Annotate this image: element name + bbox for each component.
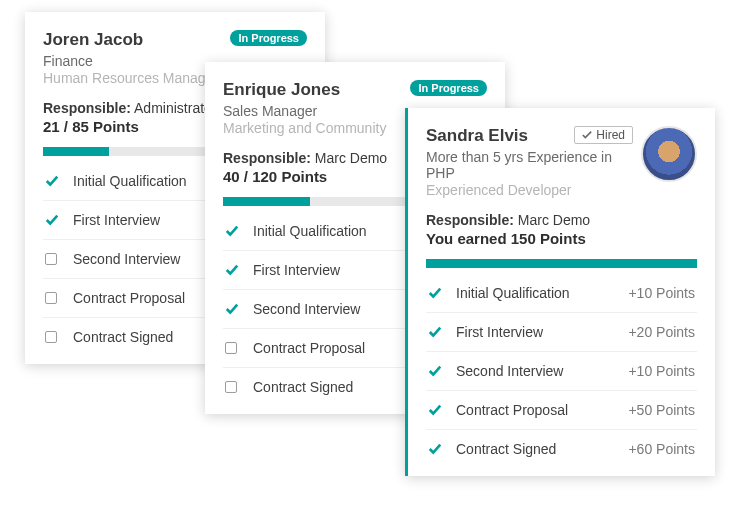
candidate-name: Enrique Jones	[223, 80, 386, 100]
candidate-role: Experienced Developer	[426, 182, 633, 198]
checkbox-icon	[225, 342, 237, 354]
stage-label: Contract Proposal	[456, 402, 628, 418]
check-icon	[45, 213, 59, 227]
stage-row[interactable]: Contract Proposal+50 Points	[426, 390, 697, 429]
stage-row[interactable]: First Interview+20 Points	[426, 312, 697, 351]
responsible-line: Responsible: Marc Demo	[426, 212, 633, 228]
check-icon	[428, 403, 442, 417]
check-icon	[225, 263, 239, 277]
stage-list: Initial Qualification+10 PointsFirst Int…	[426, 274, 697, 468]
check-icon	[45, 174, 59, 188]
status-badge: Hired	[574, 126, 633, 144]
candidate-role: Human Resources Manager	[43, 70, 218, 86]
check-icon	[428, 364, 442, 378]
checkbox-icon	[45, 292, 57, 304]
progress-bar	[426, 259, 697, 268]
check-icon	[225, 224, 239, 238]
candidate-name: Sandra Elvis	[426, 126, 528, 146]
stage-points: +20 Points	[628, 324, 695, 340]
candidate-dept: Sales Manager	[223, 103, 386, 119]
progress-fill	[43, 147, 109, 156]
progress-fill	[426, 259, 697, 268]
candidate-dept: Finance	[43, 53, 218, 69]
check-icon	[225, 302, 239, 316]
stage-label: First Interview	[456, 324, 628, 340]
stage-row[interactable]: Initial Qualification+10 Points	[426, 274, 697, 312]
checkbox-icon	[45, 331, 57, 343]
candidate-card[interactable]: Sandra Elvis Hired More than 5 yrs Exper…	[405, 108, 715, 476]
score-text: You earned 150 Points	[426, 230, 633, 247]
stage-label: Second Interview	[456, 363, 628, 379]
progress-fill	[223, 197, 310, 206]
avatar	[641, 126, 697, 182]
stage-points: +10 Points	[628, 285, 695, 301]
stage-points: +60 Points	[628, 441, 695, 457]
stage-row[interactable]: Contract Signed+60 Points	[426, 429, 697, 468]
status-badge: In Progress	[230, 30, 307, 46]
check-icon	[428, 442, 442, 456]
stage-points: +50 Points	[628, 402, 695, 418]
candidate-role: Marketing and Community	[223, 120, 386, 136]
status-badge: In Progress	[410, 80, 487, 96]
stage-label: Contract Signed	[456, 441, 628, 457]
checkbox-icon	[225, 381, 237, 393]
candidate-name: Joren Jacob	[43, 30, 218, 50]
stage-row[interactable]: Second Interview+10 Points	[426, 351, 697, 390]
checkbox-icon	[45, 253, 57, 265]
check-icon	[428, 286, 442, 300]
check-icon	[582, 130, 592, 140]
candidate-dept: More than 5 yrs Experience in PHP	[426, 149, 633, 181]
stage-label: Initial Qualification	[456, 285, 628, 301]
check-icon	[428, 325, 442, 339]
stage-points: +10 Points	[628, 363, 695, 379]
